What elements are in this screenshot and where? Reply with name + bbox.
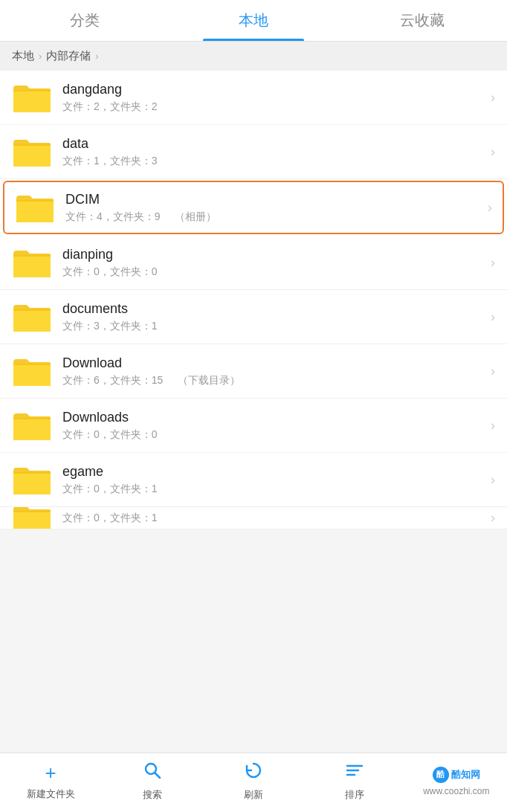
toolbar-sort[interactable]: 排序 (304, 761, 405, 802)
folder-info: Download文件：6，文件夹：15 （下载目录） (62, 355, 485, 387)
folder-item-Download[interactable]: Download文件：6，文件夹：15 （下载目录）› (0, 344, 507, 399)
chevron-right-icon: › (491, 510, 495, 526)
folder-item-egame[interactable]: egame文件：0，文件夹：1› (0, 453, 507, 507)
folder-info: data文件：1，文件夹：3 (62, 136, 485, 168)
folder-meta: 文件：0，文件夹：1 (62, 483, 485, 496)
folder-icon (12, 135, 52, 168)
folder-tag: （下载目录） (175, 374, 240, 386)
svg-line-1 (155, 773, 160, 779)
folder-name: DCIM (65, 192, 482, 207)
folder-info: documents文件：3，文件夹：1 (62, 301, 485, 333)
tab-local[interactable]: 本地 (169, 0, 338, 41)
logo-url: www.coozhi.com (423, 786, 489, 796)
folder-info: DCIM文件：4，文件夹：9 （相册） (65, 192, 482, 224)
folder-meta-partial: 文件：0，文件夹：1 (62, 512, 485, 525)
folder-info: Downloads文件：0，文件夹：0 (62, 410, 485, 442)
search-icon (143, 761, 162, 785)
folder-meta: 文件：4，文件夹：9 （相册） (65, 210, 482, 224)
breadcrumb: 本地 › 内部存储 › (0, 42, 507, 71)
folder-meta: 文件：6，文件夹：15 （下载目录） (62, 374, 485, 387)
folder-tag: （相册） (172, 210, 217, 222)
chevron-right-icon: › (491, 472, 495, 488)
folder-meta: 文件：0，文件夹：0 (62, 428, 485, 442)
chevron-right-icon: › (491, 364, 495, 379)
folder-icon (12, 507, 52, 529)
folder-name: Downloads (62, 410, 485, 425)
folder-item-documents[interactable]: documents文件：3，文件夹：1› (0, 290, 507, 344)
folder-name: dianping (62, 247, 485, 262)
toolbar-refresh[interactable]: 刷新 (203, 761, 304, 802)
folder-icon (12, 300, 52, 333)
toolbar-new-folder[interactable]: + 新建文件夹 (0, 761, 101, 801)
folder-info-partial: 文件：0，文件夹：1 (62, 512, 485, 525)
folder-meta: 文件：1，文件夹：3 (62, 155, 485, 168)
tab-bar: 分类 本地 云收藏 (0, 0, 507, 42)
refresh-icon (244, 761, 263, 785)
chevron-right-icon: › (488, 200, 492, 216)
folder-meta: 文件：0，文件夹：0 (62, 265, 485, 279)
folder-item-dangdang[interactable]: dangdang文件：2，文件夹：2› (0, 71, 507, 125)
breadcrumb-sep-2: › (95, 51, 98, 62)
folder-info: dangdang文件：2，文件夹：2 (62, 82, 485, 114)
toolbar-search[interactable]: 搜索 (101, 761, 202, 802)
folder-name: egame (62, 464, 485, 480)
logo-icon: 酷 (433, 767, 449, 783)
bottom-toolbar: + 新建文件夹 搜索 刷新 排序 (0, 753, 507, 812)
chevron-right-icon: › (491, 90, 495, 106)
logo-badge: 酷 酷知网 (433, 767, 480, 783)
folder-icon (12, 246, 52, 279)
tab-category[interactable]: 分类 (0, 0, 169, 41)
folder-info: egame文件：0，文件夹：1 (62, 464, 485, 496)
folder-info: dianping文件：0，文件夹：0 (62, 247, 485, 279)
logo-name: 酷知网 (451, 768, 480, 782)
folder-name: Download (62, 355, 485, 371)
chevron-right-icon: › (491, 418, 495, 434)
folder-item-dianping[interactable]: dianping文件：0，文件夹：0› (0, 236, 507, 290)
breadcrumb-internal-storage[interactable]: 内部存储 (46, 49, 91, 63)
folder-name: documents (62, 301, 485, 317)
folder-name: dangdang (62, 82, 485, 97)
chevron-right-icon: › (491, 309, 495, 325)
breadcrumb-sep-1: › (39, 51, 42, 62)
folder-name: data (62, 136, 485, 152)
folder-item-partial[interactable]: 文件：0，文件夹：1 › (0, 507, 507, 529)
folder-icon (15, 191, 55, 224)
chevron-right-icon: › (491, 144, 495, 160)
folder-meta: 文件：3，文件夹：1 (62, 320, 485, 333)
plus-icon: + (45, 761, 56, 784)
folder-item-DCIM[interactable]: DCIM文件：4，文件夹：9 （相册）› (3, 181, 504, 234)
file-list: dangdang文件：2，文件夹：2› data文件：1，文件夹：3› DCIM… (0, 71, 507, 529)
folder-meta: 文件：2，文件夹：2 (62, 100, 485, 114)
folder-icon (12, 463, 52, 496)
tab-cloud[interactable]: 云收藏 (338, 0, 507, 41)
sort-icon (345, 761, 364, 785)
folder-icon (12, 81, 52, 114)
chevron-right-icon: › (491, 255, 495, 271)
folder-item-data[interactable]: data文件：1，文件夹：3› (0, 125, 507, 179)
folder-icon (12, 409, 52, 442)
folder-icon (12, 355, 52, 387)
breadcrumb-local[interactable]: 本地 (12, 49, 34, 63)
toolbar-logo: 酷 酷知网 www.coozhi.com (406, 767, 507, 796)
folder-item-Downloads[interactable]: Downloads文件：0，文件夹：0› (0, 399, 507, 453)
